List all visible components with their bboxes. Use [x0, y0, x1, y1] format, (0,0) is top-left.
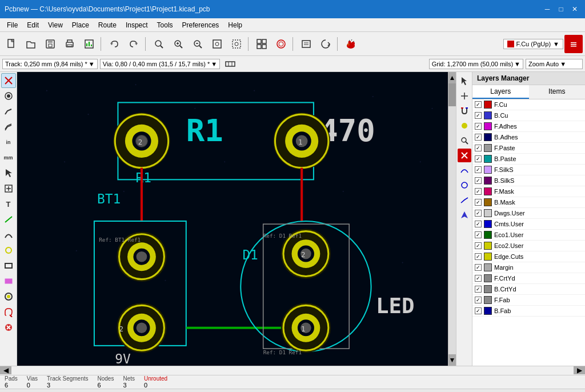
line-tool-button[interactable]: [458, 193, 471, 207]
maximize-button[interactable]: □: [555, 3, 567, 15]
via-selector[interactable]: Via: 0,80 / 0,40 mm (31,5 / 15,7 mils) *…: [100, 59, 220, 69]
route-diff-pair-tool[interactable]: [1, 119, 16, 134]
layer-checkbox-f.silks[interactable]: ✓: [475, 166, 482, 173]
vertical-scrollbar[interactable]: ▲ ▼: [448, 72, 456, 366]
layer-checkbox-f.paste[interactable]: ✓: [475, 145, 482, 151]
route-track-tool[interactable]: [1, 104, 16, 119]
scroll-left-button[interactable]: ◀: [0, 366, 11, 374]
open-button[interactable]: [22, 35, 40, 53]
layer-checkbox-f.adhes[interactable]: ✓: [475, 123, 482, 130]
select-tool[interactable]: [1, 166, 16, 181]
layer-checkbox-b.silks[interactable]: ✓: [475, 177, 482, 184]
layer-item-b-silks[interactable]: ✓B.SilkS: [472, 175, 585, 186]
print-button[interactable]: [61, 35, 79, 53]
menu-route[interactable]: Route: [94, 20, 121, 30]
yellow-dot-button[interactable]: [458, 119, 471, 133]
layer-item-margin[interactable]: ✓Margin: [472, 262, 585, 273]
horizontal-scrollbar[interactable]: ◀ ▶: [0, 366, 585, 375]
menu-view[interactable]: View: [43, 20, 67, 30]
route-settings-button[interactable]: [222, 57, 238, 71]
layer-item-f-mask[interactable]: ✓F.Mask: [472, 186, 585, 197]
load-netlist-button[interactable]: [297, 35, 315, 53]
layer-checkbox-eco1.user[interactable]: ✓: [475, 231, 482, 238]
layer-item-b-fab[interactable]: ✓B.Fab: [472, 306, 585, 317]
layer-item-b-cu[interactable]: ✓B.Cu: [472, 110, 585, 121]
add-via-mini-button[interactable]: [458, 89, 471, 103]
blue-arrow-button[interactable]: [458, 208, 471, 222]
scroll-right-button[interactable]: ▶: [574, 366, 585, 374]
menu-place[interactable]: Place: [67, 20, 94, 30]
add-rect-tool[interactable]: [1, 258, 16, 273]
layer-checkbox-f.fab[interactable]: ✓: [475, 297, 482, 303]
layer-checkbox-b.mask[interactable]: ✓: [475, 199, 482, 206]
circle-tool-button[interactable]: [458, 178, 471, 192]
update-pcb-button[interactable]: [316, 35, 335, 53]
delete-tool[interactable]: [1, 320, 16, 335]
layer-checkbox-edge.cuts[interactable]: ✓: [475, 253, 482, 260]
drc-button[interactable]: [342, 35, 360, 53]
inspect-tool[interactable]: [1, 305, 16, 319]
layer-item-f-crtyd[interactable]: ✓F.CrtYd: [472, 273, 585, 284]
layer-item-f-silks[interactable]: ✓F.SilkS: [472, 165, 585, 175]
menu-inspect[interactable]: Inspect: [121, 20, 153, 30]
scroll-up-button[interactable]: ▲: [448, 72, 456, 83]
layer-selector[interactable]: F.Cu (PgUp) ▼: [503, 39, 563, 49]
add-footprint-tool[interactable]: [1, 181, 16, 196]
layer-item-b-mask[interactable]: ✓B.Mask: [472, 197, 585, 208]
layer-checkbox-b.cu[interactable]: ✓: [475, 112, 482, 119]
new-button[interactable]: [2, 35, 21, 53]
mm-tool[interactable]: mm: [1, 150, 16, 165]
add-circle-tool[interactable]: [1, 243, 16, 258]
layer-checkbox-b.fab[interactable]: ✓: [475, 307, 482, 314]
inspect-mini-button[interactable]: [458, 134, 471, 147]
layer-checkbox-cmts.user[interactable]: ✓: [475, 221, 482, 227]
zoom-area-button[interactable]: [227, 35, 246, 53]
layer-item-f-fab[interactable]: ✓F.Fab: [472, 295, 585, 306]
track-selector[interactable]: Track: 0,250 mm (9,84 mils) * ▼: [2, 59, 98, 69]
measure-tool[interactable]: in: [1, 135, 16, 150]
layer-item-edge-cuts[interactable]: ✓Edge.Cuts: [472, 251, 585, 262]
layer-item-b-adhes[interactable]: ✓B.Adhes: [472, 132, 585, 143]
layer-checkbox-dwgs.user[interactable]: ✓: [475, 210, 482, 217]
add-line-tool[interactable]: [1, 212, 16, 227]
layer-checkbox-f.mask[interactable]: ✓: [475, 188, 482, 195]
menu-file[interactable]: File: [2, 20, 22, 30]
scroll-thumb[interactable]: [448, 83, 456, 106]
arc-tool-button[interactable]: [458, 163, 471, 177]
layer-item-f-adhes[interactable]: ✓F.Adhes: [472, 121, 585, 132]
undo-button[interactable]: [105, 35, 123, 53]
layer-item-cmts-user[interactable]: ✓Cmts.User: [472, 219, 585, 230]
minimize-button[interactable]: ─: [542, 3, 553, 15]
net-inspector-button[interactable]: [253, 35, 271, 53]
layer-item-f-cu[interactable]: ✓F.Cu: [472, 99, 585, 110]
layer-checkbox-b.crtyd[interactable]: ✓: [475, 286, 482, 293]
zoom-fit-button[interactable]: [208, 35, 226, 53]
zoom-out-button[interactable]: [189, 35, 207, 53]
scroll-down-button[interactable]: ▼: [448, 354, 456, 366]
layer-item-b-crtyd[interactable]: ✓B.CrtYd: [472, 284, 585, 295]
add-text-tool[interactable]: T: [1, 197, 16, 211]
magnet-button[interactable]: [458, 104, 471, 118]
layer-item-f-paste[interactable]: ✓F.Paste: [472, 143, 585, 154]
layer-settings-button[interactable]: [564, 35, 583, 53]
menu-preferences[interactable]: Preferences: [178, 20, 224, 30]
layer-item-eco1-user[interactable]: ✓Eco1.User: [472, 230, 585, 241]
fill-zone-tool[interactable]: [1, 274, 16, 289]
find-button[interactable]: [150, 35, 168, 53]
menu-help[interactable]: Help: [223, 20, 247, 30]
design-rules-button[interactable]: [272, 35, 290, 53]
pcb-canvas[interactable]: R1 470 R1 BT1 2 2 1: [17, 72, 456, 366]
layer-checkbox-b.paste[interactable]: ✓: [475, 155, 482, 162]
no-connect-tool[interactable]: [1, 73, 16, 88]
layer-checkbox-f.crtyd[interactable]: ✓: [475, 275, 482, 282]
layer-item-eco2-user[interactable]: ✓Eco2.User: [472, 241, 585, 251]
pcb-canvas-area[interactable]: R1 470 R1 BT1 2 2 1: [17, 72, 456, 366]
layer-checkbox-b.adhes[interactable]: ✓: [475, 134, 482, 141]
layer-item-b-paste[interactable]: ✓B.Paste: [472, 154, 585, 165]
menu-tools[interactable]: Tools: [153, 20, 178, 30]
layer-item-dwgs-user[interactable]: ✓Dwgs.User: [472, 208, 585, 219]
add-arc-tool[interactable]: [1, 227, 16, 242]
layer-checkbox-eco2.user[interactable]: ✓: [475, 242, 482, 249]
add-via-tool[interactable]: [1, 289, 16, 304]
layer-checkbox-f.cu[interactable]: ✓: [475, 101, 482, 108]
